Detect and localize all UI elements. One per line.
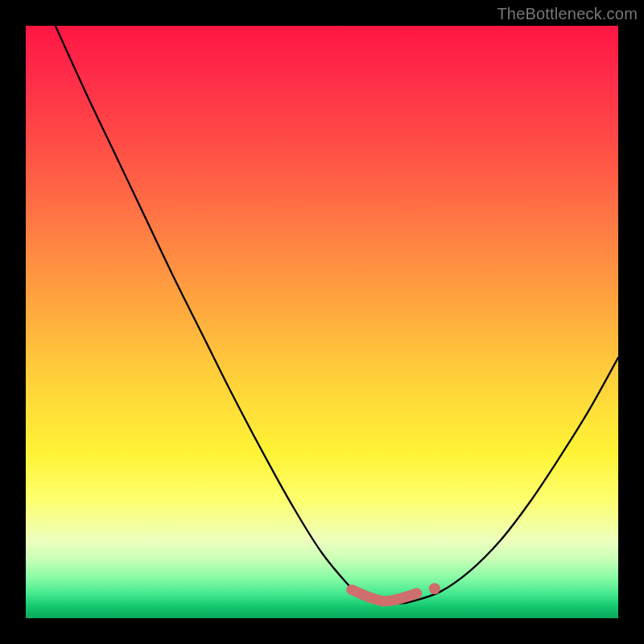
curve-layer [26,26,618,618]
chart-frame: TheBottleneck.com [0,0,644,644]
bottleneck-minimum-band [352,590,417,601]
watermark-text: TheBottleneck.com [497,5,638,23]
plot-area [26,26,618,618]
bottleneck-curve [56,26,618,604]
bottleneck-marker-dot [429,583,440,594]
